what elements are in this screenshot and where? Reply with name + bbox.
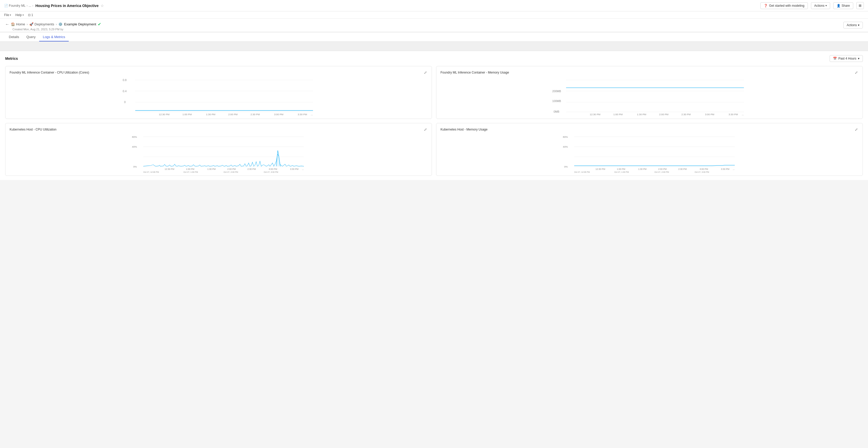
svg-text:Oct 27, 1:00 PM: Oct 27, 1:00 PM — [184, 171, 198, 173]
created-text: Created Mon, Aug 21, 2023, 5:29 PM by — [5, 28, 101, 31]
svg-text:1:00 PM: 1:00 PM — [617, 168, 625, 170]
tab-logs-metrics[interactable]: Logs & Metrics — [39, 33, 69, 41]
breadcrumb-nav-left: ← 🏠 Home › 🚀 Deployments › ⚙️ Example De… — [5, 22, 101, 31]
home-link[interactable]: 🏠 Home — [11, 22, 25, 26]
bc-ellipsis[interactable]: ... — [29, 4, 31, 7]
expand-k8s-memory-button[interactable]: ⤢ — [854, 127, 859, 132]
gray-separator — [0, 42, 868, 51]
svg-text:...: ... — [742, 113, 744, 116]
deployments-icon: 🚀 — [29, 22, 33, 26]
charts-grid: Foundry ML Inference Container - CPU Uti… — [5, 66, 863, 176]
chart-svg-memory: 200MB 100MB 0MB 12:30 PM 1:00 PM 1:30 PM… — [440, 77, 859, 116]
actions-chevron-icon: ▾ — [826, 4, 827, 7]
svg-text:2:00 PM: 2:00 PM — [659, 113, 669, 116]
svg-text:2:30 PM: 2:30 PM — [247, 168, 256, 170]
share-button[interactable]: 👤 Share — [833, 2, 853, 9]
back-button[interactable]: ← — [5, 22, 9, 27]
svg-text:Oct 27, 3:00 PM: Oct 27, 3:00 PM — [694, 171, 709, 173]
metrics-title: Metrics — [5, 57, 18, 61]
time-filter-chevron-icon: ▾ — [858, 57, 860, 60]
top-bar-right: ❓ Get started with modeling Actions ▾ 👤 … — [761, 2, 864, 9]
time-filter-button[interactable]: 📅 Past 4 Hours ▾ — [830, 55, 863, 62]
top-breadcrumb: 📄 Foundry ML › ... › — [4, 4, 33, 7]
metrics-header: Metrics 📅 Past 4 Hours ▾ — [5, 55, 863, 62]
status-check-icon: ✔ — [98, 22, 101, 27]
svg-text:40%: 40% — [563, 145, 568, 148]
page-title: Housing Prices in America Objective — [35, 4, 98, 8]
file-bar: File ▾ Help ▾ ⊡ 1 — [0, 11, 868, 19]
svg-text:80%: 80% — [132, 135, 137, 138]
svg-text:2:00 PM: 2:00 PM — [227, 168, 236, 170]
tab-details[interactable]: Details — [5, 33, 23, 41]
svg-text:100MB: 100MB — [552, 99, 561, 103]
svg-text:Oct 27, 1:00 PM: Oct 27, 1:00 PM — [615, 171, 629, 173]
chart-header-k8s-cpu: Kubernetes Host - CPU Utilization ⤢ — [9, 127, 428, 132]
svg-text:2:00 PM: 2:00 PM — [228, 113, 238, 116]
chart-svg-k8s-memory: 80% 40% 0% 12:30 PM 1:00 PM 1:30 PM 2:00… — [440, 134, 859, 173]
svg-text:Oct 27, 3:00 PM: Oct 27, 3:00 PM — [264, 171, 278, 173]
chart-svg-k8s-cpu: 80% 40% 0% 12:30 PM 1:00 PM 1:30 PM 2:00… — [9, 134, 428, 173]
file-menu[interactable]: File ▾ — [4, 13, 11, 17]
chart-svg-cpu: 0.8 0.4 0 12:30 PM 1:00 PM 1:30 PM 2:00 … — [9, 77, 428, 116]
breadcrumb-nav: ← 🏠 Home › 🚀 Deployments › ⚙️ Example De… — [0, 19, 868, 32]
svg-text:Oct 27, 12:06 PM: Oct 27, 12:06 PM — [574, 171, 590, 173]
chart-memory-usage: Foundry ML Inference Container - Memory … — [436, 66, 863, 119]
chart-header-k8s-memory: Kubernetes Host - Memory Usage ⤢ — [440, 127, 859, 132]
svg-text:3:00 PM: 3:00 PM — [705, 113, 714, 116]
chart-header-cpu: Foundry ML Inference Container - CPU Uti… — [9, 70, 428, 75]
svg-text:0%: 0% — [564, 165, 568, 168]
chart-area-k8s-memory: 80% 40% 0% 12:30 PM 1:00 PM 1:30 PM 2:00… — [440, 134, 859, 173]
chart-area-k8s-cpu: 80% 40% 0% 12:30 PM 1:00 PM 1:30 PM 2:00… — [9, 134, 428, 173]
svg-text:1:30 PM: 1:30 PM — [206, 113, 215, 116]
svg-text:2:30 PM: 2:30 PM — [250, 113, 260, 116]
svg-text:12:30 PM: 12:30 PM — [590, 113, 600, 116]
version-indicator[interactable]: ⊡ 1 — [28, 13, 33, 17]
svg-text:...: ... — [302, 168, 304, 170]
svg-text:3:30 PM: 3:30 PM — [728, 113, 738, 116]
svg-text:0: 0 — [124, 101, 126, 104]
favorite-icon[interactable]: ☆ — [101, 4, 104, 8]
svg-text:...: ... — [733, 168, 735, 170]
chart-k8s-memory: Kubernetes Host - Memory Usage ⤢ 80% 40%… — [436, 123, 863, 176]
chart-cpu-utilization: Foundry ML Inference Container - CPU Uti… — [5, 66, 432, 119]
svg-text:40%: 40% — [132, 145, 137, 148]
version-icon: ⊡ — [28, 13, 31, 17]
bc-sep-1: › — [27, 22, 28, 26]
chart-title-k8s-cpu: Kubernetes Host - CPU Utilization — [9, 128, 57, 131]
chart-title-k8s-memory: Kubernetes Host - Memory Usage — [440, 128, 487, 131]
chart-area-memory: 200MB 100MB 0MB 12:30 PM 1:00 PM 1:30 PM… — [440, 77, 859, 116]
chart-title-cpu: Foundry ML Inference Container - CPU Uti… — [9, 71, 89, 74]
expand-k8s-cpu-button[interactable]: ⤢ — [423, 127, 428, 132]
chart-k8s-cpu: Kubernetes Host - CPU Utilization ⤢ 80% … — [5, 123, 432, 176]
top-actions-button[interactable]: Actions ▾ — [811, 2, 830, 9]
tabs-bar: Details Query Logs & Metrics — [0, 33, 868, 42]
file-chevron-icon: ▾ — [10, 14, 11, 16]
nav-actions-button[interactable]: Actions ▾ — [843, 22, 863, 29]
svg-text:200MB: 200MB — [552, 90, 561, 93]
svg-text:1:30 PM: 1:30 PM — [638, 168, 646, 170]
svg-text:12:30 PM: 12:30 PM — [165, 168, 174, 170]
current-page-breadcrumb: ⚙️ Example Deployment ✔ — [58, 22, 101, 27]
help-menu[interactable]: Help ▾ — [15, 13, 24, 17]
svg-text:3:30 PM: 3:30 PM — [290, 168, 299, 170]
tab-query[interactable]: Query — [23, 33, 39, 41]
bc-sep1: › — [26, 4, 28, 7]
grid-icon: ⊞ — [859, 4, 862, 7]
get-started-modeling-button[interactable]: ❓ Get started with modeling — [761, 2, 808, 9]
expand-memory-button[interactable]: ⤢ — [854, 70, 859, 75]
expand-cpu-button[interactable]: ⤢ — [423, 70, 428, 75]
svg-text:12:30 PM: 12:30 PM — [159, 113, 169, 116]
top-bar-left: 📄 Foundry ML › ... › Housing Prices in A… — [4, 4, 104, 8]
svg-text:Oct 27, 2:00 PM: Oct 27, 2:00 PM — [654, 171, 669, 173]
bc-sep-2: › — [56, 22, 57, 26]
nav-actions-chevron-icon: ▾ — [858, 23, 860, 27]
svg-text:3:00 PM: 3:00 PM — [274, 113, 283, 116]
grid-view-button[interactable]: ⊞ — [856, 2, 864, 9]
chart-title-memory: Foundry ML Inference Container - Memory … — [440, 71, 509, 74]
foundry-ml-link[interactable]: 📄 Foundry ML — [4, 4, 25, 7]
svg-text:2:30 PM: 2:30 PM — [678, 168, 686, 170]
svg-text:0%: 0% — [133, 165, 137, 168]
svg-text:Oct 27, 12:06 PM: Oct 27, 12:06 PM — [143, 171, 159, 173]
deployments-link[interactable]: 🚀 Deployments — [29, 22, 54, 26]
metrics-section: Metrics 📅 Past 4 Hours ▾ Foundry ML Infe… — [0, 51, 868, 180]
